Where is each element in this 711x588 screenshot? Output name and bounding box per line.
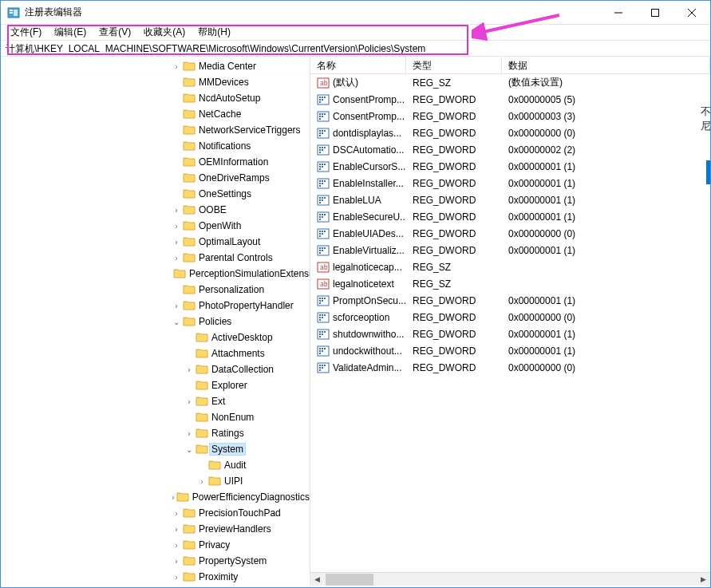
tree-item[interactable]: ⌄Policies (1, 314, 310, 330)
menu-view[interactable]: 查看(V) (93, 24, 137, 41)
expand-icon[interactable]: › (172, 253, 181, 262)
tree-item[interactable]: ›OptimalLayout (1, 234, 310, 250)
value-row[interactable]: ab(默认)REG_SZ(数值未设置) (310, 74, 710, 91)
menu-edit[interactable]: 编辑(E) (48, 24, 93, 41)
expand-icon[interactable]: › (172, 205, 181, 215)
scroll-left-icon[interactable]: ◀ (310, 573, 324, 586)
value-row[interactable]: ablegalnoticetextREG_SZ (310, 275, 710, 292)
value-row[interactable]: EnableVirtualiz...REG_DWORD0x00000001 (1… (310, 242, 710, 258)
tree-item[interactable]: ActiveDesktop (1, 330, 310, 345)
tree-item[interactable]: ›OOBE (1, 202, 310, 218)
value-row[interactable]: DSCAutomatio...REG_DWORD0x00000002 (2) (310, 141, 710, 158)
menu-favorites[interactable]: 收藏夹(A) (137, 24, 192, 41)
expand-icon[interactable]: › (172, 508, 181, 518)
tree-item[interactable]: ›PrecisionTouchPad (1, 505, 310, 521)
tree-item[interactable]: ›Privacy (1, 537, 310, 553)
tree-item[interactable]: ›Proximity (1, 569, 310, 585)
col-header-type[interactable]: 类型 (406, 57, 502, 73)
address-bar[interactable]: 计算机\HKEY_LOCAL_MACHINE\SOFTWARE\Microsof… (1, 41, 710, 57)
expand-icon[interactable]: › (184, 365, 194, 374)
expand-icon[interactable]: › (172, 492, 175, 502)
tree-item[interactable]: ›UIPI (1, 473, 310, 489)
expand-icon[interactable]: › (172, 524, 181, 534)
value-row[interactable]: PromptOnSecu...REG_DWORD0x00000001 (1) (310, 292, 710, 309)
expand-icon[interactable]: › (172, 61, 181, 71)
tree-item[interactable]: ⌄System (1, 441, 310, 457)
folder-icon (183, 172, 196, 184)
svg-text:ab: ab (320, 264, 328, 271)
value-data-cell: 0x00000000 (0) (502, 228, 710, 239)
expand-icon[interactable]: › (184, 397, 194, 406)
expand-icon[interactable]: › (172, 540, 181, 550)
scroll-thumb[interactable] (326, 574, 373, 586)
value-row[interactable]: shutdownwitho...REG_DWORD0x00000001 (1) (310, 326, 710, 342)
tree-item[interactable]: ›Parental Controls (1, 250, 310, 266)
value-row[interactable]: undockwithout...REG_DWORD0x00000001 (1) (310, 342, 710, 359)
value-row[interactable]: EnableInstaller...REG_DWORD0x00000001 (1… (310, 175, 710, 191)
tree-item[interactable]: Explorer (1, 377, 310, 393)
svg-rect-43 (319, 166, 321, 168)
tree-item[interactable]: NcdAutoSetup (1, 90, 310, 106)
expand-icon[interactable]: › (172, 556, 181, 566)
value-name-cell: dontdisplaylas... (310, 127, 406, 140)
collapse-icon[interactable]: ⌄ (184, 444, 194, 454)
tree-item[interactable]: NetworkServiceTriggers (1, 122, 310, 138)
tree-item[interactable]: MMDevices (1, 74, 310, 90)
tree-item[interactable]: OEMInformation (1, 154, 310, 170)
tree-item[interactable]: ›Media Center (1, 58, 310, 74)
list-pane[interactable]: 名称 类型 数据 ab(默认)REG_SZ(数值未设置)ConsentPromp… (310, 57, 710, 586)
value-row[interactable]: dontdisplaylas...REG_DWORD0x00000000 (0) (310, 124, 710, 141)
tree-item[interactable]: Notifications (1, 138, 310, 154)
expand-icon[interactable]: › (197, 476, 207, 486)
collapse-icon[interactable]: ⌄ (172, 317, 181, 326)
tree-item[interactable]: Personalization (1, 282, 310, 298)
tree-item[interactable]: ›PreviewHandlers (1, 521, 310, 537)
value-type-cell: REG_DWORD (406, 312, 502, 323)
menu-file[interactable]: 文件(F) (4, 24, 48, 41)
string-value-icon: ab (317, 77, 330, 89)
menu-help[interactable]: 帮助(H) (192, 24, 237, 41)
tree-item[interactable]: Audit (1, 457, 310, 473)
expand-icon[interactable]: › (172, 221, 181, 231)
tree-pane[interactable]: ›Media CenterMMDevicesNcdAutoSetupNetCac… (1, 57, 310, 586)
tree-item[interactable]: ›Ratings (1, 425, 310, 441)
expand-icon[interactable]: › (184, 428, 194, 438)
value-row[interactable]: EnableUIADes...REG_DWORD0x00000000 (0) (310, 225, 710, 242)
tree-item[interactable]: ›PropertySystem (1, 553, 310, 569)
tree-item[interactable]: ›PowerEfficiencyDiagnostics (1, 489, 310, 505)
folder-icon (173, 267, 186, 280)
tree-item[interactable]: Attachments (1, 345, 310, 361)
scroll-right-icon[interactable]: ▶ (697, 573, 710, 586)
tree-item[interactable]: OneSettings (1, 186, 310, 202)
svg-text:ab: ab (320, 80, 328, 87)
maximize-button[interactable] (637, 1, 673, 25)
value-row[interactable]: ValidateAdmin...REG_DWORD0x00000000 (0) (310, 359, 710, 376)
value-row[interactable]: ConsentPromp...REG_DWORD0x00000005 (5) (310, 91, 710, 108)
tree-item[interactable]: NetCache (1, 106, 310, 122)
value-row[interactable]: scforceoptionREG_DWORD0x00000000 (0) (310, 309, 710, 326)
value-row[interactable]: EnableCursorS...REG_DWORD0x00000001 (1) (310, 158, 710, 175)
value-row[interactable]: ConsentPromp...REG_DWORD0x00000003 (3) (310, 108, 710, 124)
value-name-cell: ConsentPromp... (310, 93, 406, 106)
tree-item[interactable]: OneDriveRamps (1, 170, 310, 186)
col-header-data[interactable]: 数据 (502, 57, 710, 73)
close-button[interactable] (673, 1, 710, 25)
dword-value-icon (317, 211, 330, 223)
tree-item[interactable]: ›Ext (1, 393, 310, 409)
expand-icon[interactable]: › (172, 301, 181, 310)
expand-icon[interactable]: › (172, 237, 181, 247)
value-row[interactable]: ablegalnoticecap...REG_SZ (310, 258, 710, 275)
tree-item[interactable]: ›DataCollection (1, 361, 310, 377)
tree-item[interactable]: PerceptionSimulationExtensions (1, 266, 310, 282)
tree-item[interactable]: ›OpenWith (1, 218, 310, 234)
h-scrollbar[interactable]: ◀ ▶ (310, 572, 710, 586)
tree-item[interactable]: NonEnum (1, 409, 310, 425)
col-header-name[interactable]: 名称 (310, 57, 406, 73)
tree-item[interactable]: ›PhotoPropertyHandler (1, 298, 310, 314)
tree-item-label: NetworkServiceTriggers (199, 124, 301, 136)
value-row[interactable]: EnableLUAREG_DWORD0x00000001 (1) (310, 191, 710, 208)
value-row[interactable]: EnableSecureU...REG_DWORD0x00000001 (1) (310, 208, 710, 225)
minimize-button[interactable] (600, 1, 637, 25)
expand-spacer (172, 173, 181, 183)
expand-icon[interactable]: › (172, 572, 181, 582)
